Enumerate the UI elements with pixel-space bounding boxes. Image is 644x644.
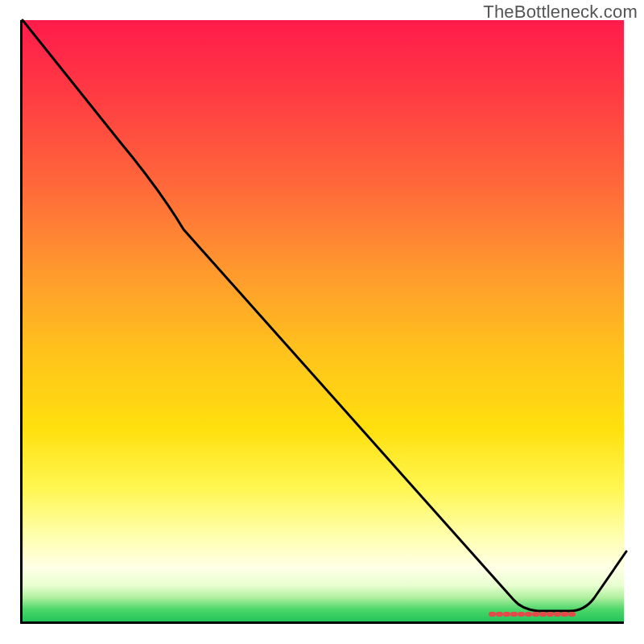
plot-area [20,20,624,624]
watermark-text: TheBottleneck.com [483,2,638,23]
chart-svg [23,20,626,624]
bottleneck-curve [23,20,626,611]
